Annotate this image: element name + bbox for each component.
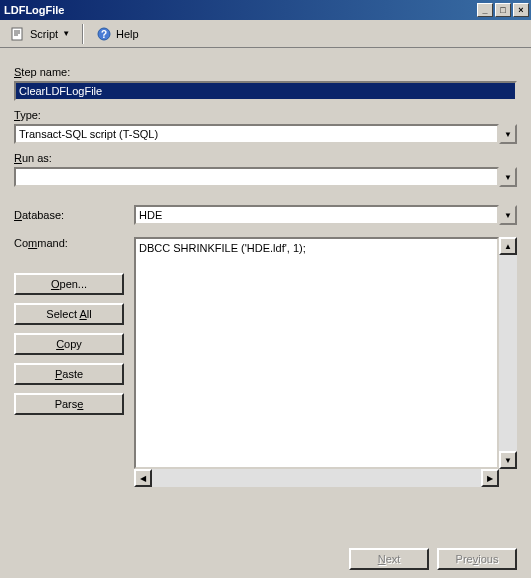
scroll-down-button[interactable]: ▼ [499,451,517,469]
step-name-label: Step name: [14,66,70,78]
copy-button[interactable]: Copy [14,333,124,355]
help-label: Help [116,28,139,40]
svg-rect-0 [12,28,22,40]
previous-button: Previous [437,548,517,570]
command-text: DBCC SHRINKFILE ('HDE.ldf', 1); [139,242,306,254]
maximize-icon: □ [500,5,505,15]
open-button[interactable]: Open... [14,273,124,295]
run-as-combo[interactable]: ▼ [14,167,517,187]
database-label: Database: [14,209,124,221]
chevron-down-icon: ▼ [504,173,512,182]
dropdown-arrow-icon: ▼ [62,29,70,38]
script-icon [10,26,26,42]
database-input[interactable] [134,205,499,225]
select-all-button[interactable]: Select All [14,303,124,325]
command-label: Command: [14,237,124,249]
svg-text:?: ? [101,29,107,40]
script-toolbar-button[interactable]: Script ▼ [6,24,74,44]
arrow-right-icon: ▶ [487,474,493,483]
arrow-left-icon: ◀ [140,474,146,483]
close-button[interactable]: × [513,3,529,17]
maximize-button[interactable]: □ [495,3,511,17]
scroll-track[interactable] [499,255,517,451]
next-button: Next [349,548,429,570]
step-name-input[interactable] [14,81,517,101]
chevron-down-icon: ▼ [504,130,512,139]
minimize-button[interactable]: _ [477,3,493,17]
chevron-down-icon: ▼ [504,211,512,220]
run-as-dropdown-button[interactable]: ▼ [499,167,517,187]
toolbar: Script ▼ ? Help [0,20,531,48]
type-combo[interactable]: ▼ [14,124,517,144]
title-bar: LDFLogFile _ □ × [0,0,531,20]
scroll-up-button[interactable]: ▲ [499,237,517,255]
footer-buttons: Next Previous [349,548,517,570]
toolbar-separator [82,24,84,44]
script-label: Script [30,28,58,40]
help-toolbar-button[interactable]: ? Help [92,24,143,44]
run-as-input[interactable] [14,167,499,187]
command-textarea[interactable]: DBCC SHRINKFILE ('HDE.ldf', 1); [134,237,499,469]
horizontal-scrollbar[interactable]: ◀ ▶ [134,469,499,487]
minimize-icon: _ [482,5,487,15]
type-input[interactable] [14,124,499,144]
scroll-right-button[interactable]: ▶ [481,469,499,487]
paste-button[interactable]: Paste [14,363,124,385]
scroll-left-button[interactable]: ◀ [134,469,152,487]
arrow-up-icon: ▲ [504,242,512,251]
type-dropdown-button[interactable]: ▼ [499,124,517,144]
content-area: Step name: Type: ▼ Run as: ▼ Database: ▼… [0,48,531,497]
database-dropdown-button[interactable]: ▼ [499,205,517,225]
parse-button[interactable]: Parse [14,393,124,415]
command-editor-shell: DBCC SHRINKFILE ('HDE.ldf', 1); ▲ ▼ ◀ ▶ [134,237,517,487]
close-icon: × [518,5,523,15]
type-label: Type: [14,109,41,121]
run-as-label: Run as: [14,152,52,164]
database-combo[interactable]: ▼ [134,205,517,225]
window-controls: _ □ × [475,3,529,17]
help-icon: ? [96,26,112,42]
arrow-down-icon: ▼ [504,456,512,465]
window-title: LDFLogFile [4,4,65,16]
vertical-scrollbar[interactable]: ▲ ▼ [499,237,517,469]
